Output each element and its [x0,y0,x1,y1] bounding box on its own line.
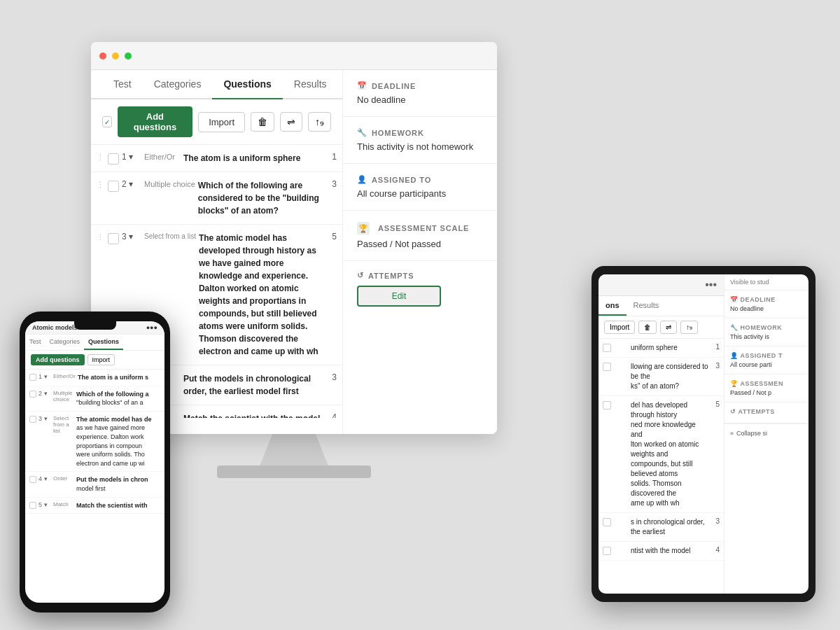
question-text: The atomic model has developed through h… [199,232,324,358]
delete-button[interactable]: 🗑 [251,112,274,132]
import-button[interactable]: Import [198,112,245,132]
tablet-assessment-section: 🏆 ASSESSMEN Passed / Not p [724,374,808,402]
question-points: 1 [711,343,720,353]
tablet-swap-button[interactable]: ⇌ [660,321,677,334]
table-row: ⋮⋮ 2 ▾ Multiple choice Which of the foll… [91,172,342,225]
tab-categories[interactable]: Categories [143,70,213,99]
question-number: 3 ▾ [122,232,141,241]
phone-device: Atomic models ●●● Test Categories Questi… [20,312,170,612]
question-number: 2 ▾ [38,390,51,407]
tablet-homework-section: 🔧 HOMEWORK This activity is [724,318,808,346]
row-checkbox[interactable] [603,547,611,555]
sort-button[interactable]: ↑₉ [308,112,331,132]
question-number: 4 ▾ [38,475,51,493]
question-points: 3 [711,517,720,537]
row-checkbox[interactable] [29,374,36,381]
tablet-delete-button[interactable]: 🗑 [638,321,657,334]
question-number [614,517,628,537]
swap-button[interactable]: ⇌ [280,112,302,132]
main-tabs: Test Categories Questions Results [91,70,342,99]
tablet-assigned-value: All course parti [730,361,803,368]
question-type: Order [53,475,74,493]
tablet-import-button[interactable]: Import [604,321,635,334]
homework-icon: 🔧 [357,128,368,137]
phone-tab-questions[interactable]: Questions [84,335,123,350]
table-row: llowing are considered to be theks" of a… [598,358,724,396]
tablet-tab-questions[interactable]: ons [598,296,626,316]
tablet-questions-panel: ••• ons Results Import 🗑 ⇌ ↑₉ uniform sp… [598,274,724,594]
tablet-sort-button[interactable]: ↑₉ [680,321,698,334]
assessment-scale-label: 🏆 ASSESSMENT SCALE [357,222,483,234]
homework-label: 🔧 HOMEWORK [357,128,483,137]
drag-handle[interactable]: ⋮⋮ [97,179,105,190]
assigned-label: 👤 ASSIGNED TO [357,175,483,184]
drag-handle[interactable]: ⋮⋮ [97,232,105,242]
assessment-scale-icon: 🏆 [357,222,370,234]
row-checkbox[interactable] [603,363,611,371]
row-checkbox[interactable] [603,401,611,410]
phone-import-button[interactable]: Import [88,354,115,365]
question-text: The atom is a uniform sphere [183,152,324,164]
question-points: 5 [327,232,337,241]
tab-results[interactable]: Results [283,70,338,99]
question-points: 3 [711,362,720,391]
minimize-dot[interactable] [112,52,119,59]
phone-tab-categories[interactable]: Categories [46,335,85,350]
table-row: uniform sphere 1 [598,339,724,358]
calendar-icon: 📅 [357,81,368,90]
table-row: s in chronological order, the earliest 3 [598,513,724,542]
row-checkbox[interactable] [603,344,611,352]
tablet-screen: ••• ons Results Import 🗑 ⇌ ↑₉ uniform sp… [598,274,808,594]
question-text: s in chronological order, the earliest [631,517,708,537]
checkmark-icon: ✓ [104,118,110,126]
expand-dot[interactable] [125,52,132,59]
phone-add-questions-button[interactable]: Add questions [31,354,85,365]
tablet-toolbar: Import 🗑 ⇌ ↑₉ [598,316,724,339]
drag-handle[interactable]: ⋮⋮ [97,152,105,162]
question-number: 3 ▾ [38,415,51,468]
row-checkbox[interactable] [603,518,611,526]
tablet-attempts-label: ↺ ATTEMPTS [730,408,803,415]
phone-question-list: 1 ▾ Either/Or The atom is a uniform s 2 … [25,370,164,514]
tab-questions[interactable]: Questions [212,70,282,99]
row-checkbox[interactable] [29,476,36,483]
attempts-section: ↺ ATTEMPTS Edit [343,261,497,316]
row-checkbox[interactable] [108,233,119,244]
row-checkbox[interactable] [108,153,119,164]
question-type: Multiple choice [144,179,195,189]
deadline-label: 📅 DEADLINE [357,81,483,90]
question-number: 1 ▾ [122,152,141,162]
question-type: Selectfrom alist [53,415,74,468]
row-checkbox[interactable] [108,181,119,192]
question-number [614,546,628,556]
tablet-deadline-label: 📅 DEADLINE [730,296,803,303]
question-text: Which of the following are considered to… [198,179,324,217]
tablet-more-button[interactable]: ••• [705,279,717,291]
question-type: Either/Or [53,373,76,382]
question-text: Match the scientist with [76,501,160,510]
table-row: del has developed through historyned mor… [598,396,724,513]
phone-tab-test[interactable]: Test [25,335,46,350]
question-text: Put the models in chronological order, t… [183,372,324,398]
tab-test[interactable]: Test [102,70,143,99]
row-checkbox[interactable] [29,502,36,509]
row-checkbox[interactable] [29,391,36,398]
question-number: 1 ▾ [38,373,51,382]
close-dot[interactable] [99,52,106,59]
tablet-tab-results[interactable]: Results [626,296,666,316]
question-text: Match the scientist with the model [183,412,324,418]
attempts-label: ↺ ATTEMPTS [357,271,483,280]
row-checkbox[interactable] [29,416,36,423]
question-text: uniform sphere [631,343,708,353]
tablet-topbar: ••• [598,274,724,296]
tablet-homework-value: This activity is [730,333,803,340]
attempts-edit-button[interactable]: Edit [357,286,441,307]
monitor-topbar [91,42,497,70]
select-all-checkbox[interactable]: ✓ [102,116,112,127]
collapse-sidebar-button[interactable]: » Collapse si [724,424,808,442]
phone-tabs: Test Categories Questions [25,335,164,351]
assessment-icon: 🏆 [730,380,738,387]
add-questions-button[interactable]: Add questions [118,106,192,137]
homework-value: This activity is not homework [357,141,483,152]
question-type: Multiplechoice [53,390,74,407]
